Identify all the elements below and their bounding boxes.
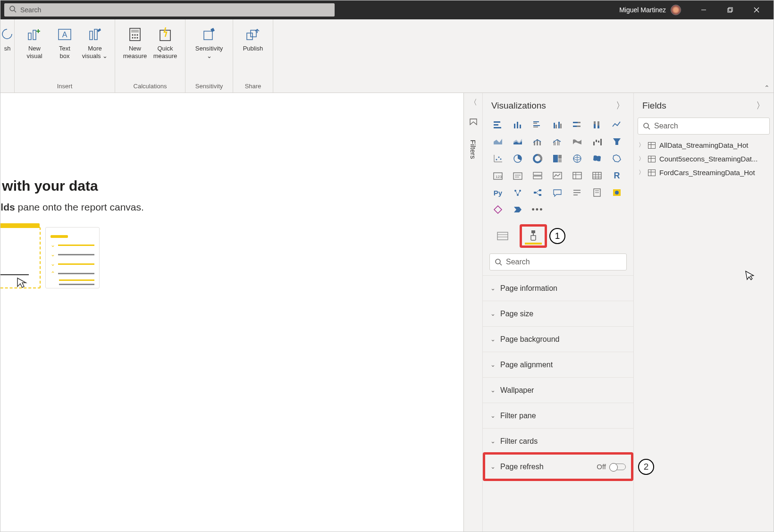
svg-rect-24: [204, 31, 212, 40]
new-measure-button[interactable]: New measure: [121, 23, 149, 81]
format-page-refresh[interactable]: ⌄ Page refresh Off 2: [483, 454, 633, 480]
format-filter-pane[interactable]: ⌄Filter pane: [483, 403, 633, 429]
table-icon: [648, 156, 656, 162]
text-box-icon: A: [56, 26, 73, 43]
quick-measure-icon: [157, 26, 174, 43]
viz-stacked-column-icon[interactable]: [511, 118, 524, 131]
visualizations-title: Visualizations: [491, 101, 546, 111]
viz-gauge-icon[interactable]: 123: [491, 169, 505, 182]
user-info[interactable]: Miguel Martinez: [619, 5, 681, 15]
format-page-size[interactable]: ⌄Page size: [483, 301, 633, 327]
viz-treemap-icon[interactable]: [551, 152, 564, 165]
format-filter-cards[interactable]: ⌄Filter cards: [483, 429, 633, 454]
refresh-icon[interactable]: [0, 26, 16, 43]
viz-ribbon-icon[interactable]: [571, 135, 584, 148]
canvas-illustration: ⌄ ⌄ ⌄ ⌄: [0, 227, 463, 288]
svg-line-1: [14, 10, 16, 12]
viz-line-icon[interactable]: [610, 118, 623, 131]
quick-measure-button[interactable]: Quick measure: [151, 23, 179, 81]
viz-r-visual-icon[interactable]: R: [610, 169, 623, 182]
viz-arcgis-icon[interactable]: [610, 186, 623, 199]
viz-clustered-bar-icon[interactable]: [531, 118, 544, 131]
svg-rect-93: [539, 189, 541, 191]
viz-multi-row-card-icon[interactable]: [531, 169, 544, 182]
callout-1: 1: [549, 228, 565, 244]
field-table-0[interactable]: 〉AllData_StreamingData_Hot: [634, 138, 774, 152]
text-box-button[interactable]: A Text box: [50, 23, 79, 81]
svg-rect-108: [531, 230, 535, 233]
chevron-right-icon: 〉: [639, 141, 644, 149]
viz-shape-map-icon[interactable]: [610, 152, 623, 165]
fields-search-box[interactable]: Search: [638, 118, 770, 135]
viz-slicer-icon[interactable]: [571, 169, 584, 182]
svg-rect-8: [33, 30, 36, 40]
chevron-right-icon[interactable]: 〉: [616, 100, 625, 112]
viz-area-icon[interactable]: [491, 135, 505, 148]
window-restore-button[interactable]: [717, 0, 743, 19]
svg-point-0: [10, 6, 15, 11]
viz-filled-map-icon[interactable]: [590, 152, 604, 165]
viz-map-icon[interactable]: [571, 152, 584, 165]
svg-point-62: [496, 159, 497, 160]
svg-rect-37: [554, 123, 555, 128]
viz-smart-narrative-icon[interactable]: [571, 186, 584, 199]
viz-donut-icon[interactable]: [531, 152, 544, 165]
viz-decomposition-tree-icon[interactable]: [531, 186, 544, 199]
svg-rect-48: [597, 121, 599, 126]
chevron-down-icon: ⌄: [490, 336, 496, 343]
chevron-left-icon: 〈: [470, 98, 477, 108]
more-visuals-icon: [86, 26, 103, 43]
viz-stacked-area-icon[interactable]: [511, 135, 524, 148]
fields-search-placeholder: Search: [654, 122, 678, 130]
viz-python-visual-icon[interactable]: Py: [491, 186, 505, 199]
svg-line-90: [515, 191, 518, 195]
sensitivity-button[interactable]: Sensitivity ⌄: [191, 23, 227, 81]
ribbon: sh New visual A Text box More: [0, 19, 774, 93]
report-canvas[interactable]: ls with your data Fields pane onto the r…: [0, 93, 464, 532]
viz-kpi-icon[interactable]: [551, 169, 564, 182]
format-search-box[interactable]: Search: [489, 253, 627, 270]
format-page-information[interactable]: ⌄Page information: [483, 276, 633, 301]
viz-100-stacked-bar-icon[interactable]: [571, 118, 584, 131]
viz-qa-icon[interactable]: [551, 186, 564, 199]
viz-power-automate-icon[interactable]: [511, 203, 524, 216]
chart-plus-icon: [26, 26, 43, 43]
field-table-2[interactable]: 〉FordCars_StreamingData_Hot: [634, 166, 774, 179]
global-search-box[interactable]: Search: [4, 3, 335, 17]
viz-table-icon[interactable]: [590, 169, 604, 182]
field-table-1[interactable]: 〉Count5secons_StreamingDat...: [634, 152, 774, 166]
fields-tab[interactable]: [494, 228, 511, 245]
format-wallpaper[interactable]: ⌄Wallpaper: [483, 378, 633, 403]
window-minimize-button[interactable]: [690, 0, 717, 19]
svg-rect-51: [539, 142, 541, 145]
more-visuals-button[interactable]: More visuals ⌄: [81, 23, 109, 81]
viz-line-clustered-column-icon[interactable]: [551, 135, 564, 148]
format-page-background[interactable]: ⌄Page background: [483, 327, 633, 352]
format-page-alignment[interactable]: ⌄Page alignment: [483, 352, 633, 378]
username: Miguel Martinez: [619, 6, 666, 14]
viz-stacked-bar-icon[interactable]: [491, 118, 505, 131]
svg-point-19: [137, 34, 138, 36]
viz-scatter-icon[interactable]: [491, 152, 505, 165]
viz-card-icon[interactable]: [511, 169, 524, 182]
viz-more-options-icon[interactable]: •••: [531, 203, 544, 216]
ribbon-collapse-caret[interactable]: ⌃: [764, 84, 770, 92]
format-tab[interactable]: [525, 228, 542, 245]
viz-pie-icon[interactable]: [511, 152, 524, 165]
chevron-down-icon: ⌄: [490, 438, 496, 445]
viz-line-stacked-column-icon[interactable]: [531, 135, 544, 148]
viz-key-influencers-icon[interactable]: [511, 186, 524, 199]
viz-100-stacked-column-icon[interactable]: [590, 118, 604, 131]
page-refresh-toggle[interactable]: [610, 464, 626, 470]
viz-waterfall-icon[interactable]: [590, 135, 604, 148]
new-visual-button[interactable]: New visual: [20, 23, 49, 81]
callout-2: 2: [638, 459, 654, 475]
viz-powerapps-icon[interactable]: [491, 203, 505, 216]
window-close-button[interactable]: [743, 0, 770, 19]
viz-clustered-column-icon[interactable]: [551, 118, 564, 131]
chevron-right-icon[interactable]: 〉: [756, 100, 765, 112]
filters-pane-collapsed[interactable]: 〈 Filters: [464, 93, 483, 532]
viz-paginated-report-icon[interactable]: [590, 186, 604, 199]
viz-funnel-icon[interactable]: [610, 135, 623, 148]
publish-button[interactable]: Publish: [239, 23, 267, 81]
